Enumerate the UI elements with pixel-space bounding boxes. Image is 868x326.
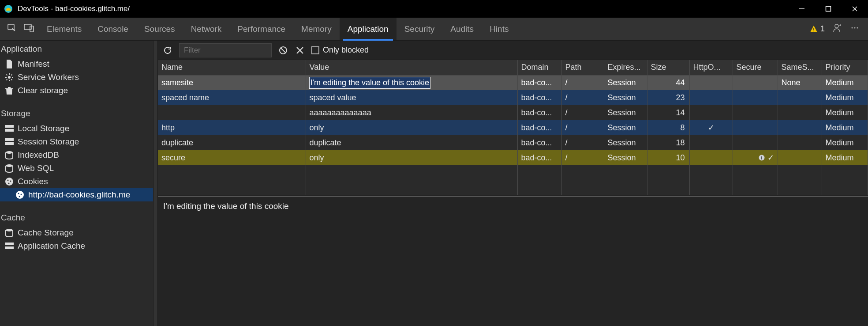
- device-icon[interactable]: [24, 23, 34, 34]
- table-cell[interactable]: [778, 150, 822, 165]
- table-cell[interactable]: [733, 90, 778, 105]
- column-header[interactable]: Expires...: [604, 60, 647, 75]
- table-cell[interactable]: spaced name: [158, 90, 306, 105]
- inspect-icon[interactable]: [7, 23, 17, 35]
- feedback-icon[interactable]: [833, 23, 842, 35]
- sidebar-item-cookies[interactable]: Cookies: [0, 175, 153, 188]
- cookies-table[interactable]: NameValueDomainPathExpires...SizeHttpO..…: [158, 60, 868, 197]
- table-row[interactable]: samesiteI'm editing the value of this co…: [158, 75, 868, 90]
- sidebar-item-cookie-origin[interactable]: http://bad-cookies.glitch.me: [0, 188, 153, 201]
- sidebar-item-service-workers[interactable]: Service Workers: [0, 71, 153, 84]
- sidebar-item-indexeddb[interactable]: IndexedDB: [0, 148, 153, 162]
- column-header[interactable]: Name: [158, 60, 306, 75]
- tab-network[interactable]: Network: [183, 18, 230, 40]
- table-cell[interactable]: [689, 135, 733, 150]
- sidebar-item-local-storage[interactable]: Local Storage: [0, 122, 153, 135]
- table-cell[interactable]: 8: [647, 120, 689, 135]
- table-cell[interactable]: 10: [647, 150, 689, 165]
- table-cell[interactable]: only: [306, 120, 517, 135]
- value-edit-input[interactable]: I'm editing the value of this cookie: [310, 77, 430, 88]
- delete-selected-button[interactable]: [295, 45, 305, 56]
- tab-performance[interactable]: Performance: [229, 18, 293, 40]
- only-blocked-checkbox[interactable]: Only blocked: [311, 45, 369, 55]
- table-cell[interactable]: Session: [604, 105, 647, 120]
- table-cell[interactable]: /: [561, 75, 604, 90]
- table-cell[interactable]: secure: [158, 150, 306, 165]
- table-cell[interactable]: [778, 90, 822, 105]
- table-cell[interactable]: [733, 105, 778, 120]
- table-cell[interactable]: Session: [604, 75, 647, 90]
- column-header[interactable]: Domain: [517, 60, 561, 75]
- table-cell[interactable]: bad-co...: [517, 75, 561, 90]
- column-header[interactable]: Value: [306, 60, 517, 75]
- sidebar-item-cache-storage[interactable]: Cache Storage: [0, 226, 153, 239]
- table-cell[interactable]: /: [561, 90, 604, 105]
- table-cell[interactable]: None: [778, 75, 822, 90]
- minimize-button[interactable]: [789, 0, 815, 18]
- refresh-button[interactable]: [162, 45, 173, 56]
- tab-application[interactable]: Application: [340, 18, 397, 40]
- table-cell[interactable]: [778, 120, 822, 135]
- column-header[interactable]: SameS...: [778, 60, 822, 75]
- table-cell[interactable]: bad-co...: [517, 120, 561, 135]
- table-cell[interactable]: [689, 150, 733, 165]
- clear-all-button[interactable]: [278, 45, 288, 56]
- table-cell[interactable]: bad-co...: [517, 135, 561, 150]
- sidebar-item-application-cache[interactable]: Application Cache: [0, 239, 153, 253]
- table-cell[interactable]: [778, 135, 822, 150]
- maximize-button[interactable]: [815, 0, 842, 18]
- table-cell[interactable]: /: [561, 105, 604, 120]
- table-cell[interactable]: 23: [647, 90, 689, 105]
- table-cell[interactable]: /: [561, 135, 604, 150]
- table-cell[interactable]: spaced value: [306, 90, 517, 105]
- table-cell[interactable]: [733, 120, 778, 135]
- table-row[interactable]: duplicateduplicatebad-co.../Session18Med…: [158, 135, 868, 150]
- table-cell[interactable]: duplicate: [306, 135, 517, 150]
- table-cell[interactable]: Medium: [822, 90, 868, 105]
- table-row[interactable]: aaaaaaaaaaaaaabad-co.../Session14Medium: [158, 105, 868, 120]
- table-cell[interactable]: Session: [604, 90, 647, 105]
- table-cell[interactable]: 14: [647, 105, 689, 120]
- table-cell[interactable]: [689, 105, 733, 120]
- table-cell[interactable]: Medium: [822, 150, 868, 165]
- tab-console[interactable]: Console: [90, 18, 136, 40]
- table-cell[interactable]: Session: [604, 120, 647, 135]
- tab-audits[interactable]: Audits: [442, 18, 482, 40]
- column-header[interactable]: Secure: [733, 60, 778, 75]
- table-cell[interactable]: http: [158, 120, 306, 135]
- more-icon[interactable]: [850, 23, 859, 34]
- table-cell[interactable]: [158, 105, 306, 120]
- tab-elements[interactable]: Elements: [39, 18, 90, 40]
- sidebar-item-web-sql[interactable]: Web SQL: [0, 162, 153, 175]
- table-cell[interactable]: bad-co...: [517, 150, 561, 165]
- table-cell[interactable]: Medium: [822, 75, 868, 90]
- table-row[interactable]: httponlybad-co.../Session8✓Medium: [158, 120, 868, 135]
- table-cell[interactable]: only: [306, 150, 517, 165]
- sidebar-item-clear-storage[interactable]: Clear storage: [0, 84, 153, 97]
- table-cell[interactable]: Medium: [822, 135, 868, 150]
- table-cell[interactable]: [689, 90, 733, 105]
- table-cell[interactable]: Session: [604, 150, 647, 165]
- warning-badge[interactable]: 1: [810, 24, 825, 34]
- tab-memory[interactable]: Memory: [293, 18, 340, 40]
- table-cell[interactable]: bad-co...: [517, 105, 561, 120]
- table-cell[interactable]: aaaaaaaaaaaaaa: [306, 105, 517, 120]
- table-cell[interactable]: 18: [647, 135, 689, 150]
- column-header[interactable]: Priority: [822, 60, 868, 75]
- tab-sources[interactable]: Sources: [136, 18, 183, 40]
- tab-hints[interactable]: Hints: [482, 18, 516, 40]
- table-cell[interactable]: ✓: [689, 120, 733, 135]
- table-row[interactable]: secureonlybad-co.../Session10✓Medium: [158, 150, 868, 165]
- sidebar-item-manifest[interactable]: Manifest: [0, 57, 153, 71]
- table-cell[interactable]: Medium: [822, 105, 868, 120]
- table-cell[interactable]: [733, 135, 778, 150]
- panel-resizer[interactable]: [153, 41, 158, 326]
- column-header[interactable]: Size: [647, 60, 689, 75]
- table-cell[interactable]: Medium: [822, 120, 868, 135]
- tab-security[interactable]: Security: [397, 18, 443, 40]
- table-cell[interactable]: I'm editing the value of this cookie: [306, 75, 517, 90]
- table-cell[interactable]: /: [561, 120, 604, 135]
- table-cell[interactable]: samesite: [158, 75, 306, 90]
- table-cell[interactable]: ✓: [733, 150, 778, 165]
- table-cell[interactable]: duplicate: [158, 135, 306, 150]
